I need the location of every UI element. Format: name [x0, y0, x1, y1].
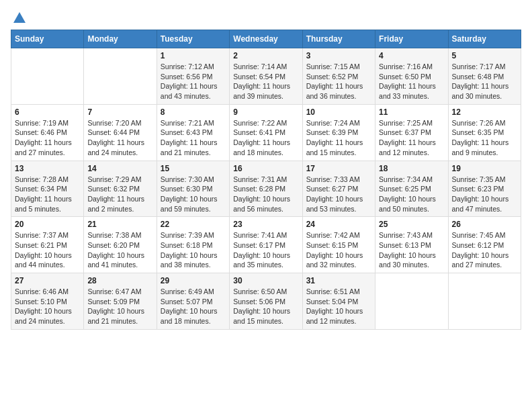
day-number: 14 — [87, 164, 152, 173]
day-info: Sunrise: 7:12 AMSunset: 6:56 PMDaylight:… — [161, 62, 226, 101]
day-header-sunday: Sunday — [11, 30, 84, 48]
day-info: Sunrise: 7:39 AMSunset: 6:18 PMDaylight:… — [161, 230, 226, 270]
day-number: 4 — [379, 51, 444, 60]
calendar-week-row: 13Sunrise: 7:28 AMSunset: 6:34 PMDayligh… — [11, 161, 521, 217]
calendar-cell: 25Sunrise: 7:43 AMSunset: 6:13 PMDayligh… — [375, 217, 448, 273]
day-number: 20 — [15, 220, 80, 229]
day-number: 11 — [379, 107, 444, 117]
day-number: 25 — [379, 220, 444, 229]
calendar-week-row: 6Sunrise: 7:19 AMSunset: 6:46 PMDaylight… — [11, 104, 521, 161]
day-info: Sunrise: 7:25 AMSunset: 6:37 PMDaylight:… — [379, 118, 444, 158]
calendar-cell: 15Sunrise: 7:30 AMSunset: 6:30 PMDayligh… — [157, 161, 229, 217]
day-number: 12 — [452, 107, 517, 117]
day-info: Sunrise: 7:17 AMSunset: 6:48 PMDaylight:… — [452, 62, 517, 101]
calendar-cell: 10Sunrise: 7:24 AMSunset: 6:39 PMDayligh… — [302, 104, 375, 161]
page-header — [11, 11, 521, 23]
calendar-cell: 29Sunrise: 6:49 AMSunset: 5:07 PMDayligh… — [157, 273, 229, 330]
day-info: Sunrise: 6:49 AMSunset: 5:07 PMDaylight:… — [161, 287, 226, 326]
day-info: Sunrise: 7:43 AMSunset: 6:13 PMDaylight:… — [379, 230, 444, 270]
calendar-cell: 24Sunrise: 7:42 AMSunset: 6:15 PMDayligh… — [302, 217, 375, 273]
day-number: 15 — [161, 164, 226, 173]
day-info: Sunrise: 7:28 AMSunset: 6:34 PMDaylight:… — [15, 175, 80, 214]
day-number: 17 — [306, 164, 371, 173]
calendar-cell: 17Sunrise: 7:33 AMSunset: 6:27 PMDayligh… — [302, 161, 375, 217]
day-info: Sunrise: 6:50 AMSunset: 5:06 PMDaylight:… — [233, 287, 298, 326]
day-number: 22 — [161, 220, 226, 229]
day-header-friday: Friday — [375, 30, 448, 48]
calendar-cell: 9Sunrise: 7:22 AMSunset: 6:41 PMDaylight… — [230, 104, 302, 161]
day-number: 7 — [87, 107, 152, 117]
calendar-table: SundayMondayTuesdayWednesdayThursdayFrid… — [11, 30, 521, 330]
day-number: 1 — [161, 51, 226, 60]
day-number: 19 — [452, 164, 517, 173]
day-number: 24 — [306, 220, 371, 229]
day-number: 31 — [306, 276, 371, 285]
day-info: Sunrise: 7:35 AMSunset: 6:23 PMDaylight:… — [452, 175, 517, 214]
day-info: Sunrise: 7:21 AMSunset: 6:43 PMDaylight:… — [161, 118, 226, 158]
day-number: 9 — [233, 107, 298, 117]
svg-marker-0 — [13, 12, 26, 23]
day-info: Sunrise: 7:34 AMSunset: 6:25 PMDaylight:… — [379, 175, 444, 214]
calendar-cell — [84, 48, 157, 105]
calendar-cell: 16Sunrise: 7:31 AMSunset: 6:28 PMDayligh… — [230, 161, 302, 217]
day-info: Sunrise: 6:46 AMSunset: 5:10 PMDaylight:… — [15, 287, 80, 326]
day-info: Sunrise: 7:14 AMSunset: 6:54 PMDaylight:… — [233, 62, 298, 101]
day-info: Sunrise: 7:45 AMSunset: 6:12 PMDaylight:… — [452, 230, 517, 270]
day-number: 10 — [306, 107, 371, 117]
day-number: 5 — [452, 51, 517, 60]
logo — [11, 11, 27, 23]
day-number: 23 — [233, 220, 298, 229]
day-info: Sunrise: 7:15 AMSunset: 6:52 PMDaylight:… — [306, 62, 371, 101]
calendar-cell: 31Sunrise: 6:51 AMSunset: 5:04 PMDayligh… — [302, 273, 375, 330]
calendar-cell: 27Sunrise: 6:46 AMSunset: 5:10 PMDayligh… — [11, 273, 84, 330]
day-number: 26 — [452, 220, 517, 229]
calendar-cell: 13Sunrise: 7:28 AMSunset: 6:34 PMDayligh… — [11, 161, 84, 217]
calendar-header-row: SundayMondayTuesdayWednesdayThursdayFrid… — [11, 30, 521, 48]
calendar-cell: 11Sunrise: 7:25 AMSunset: 6:37 PMDayligh… — [375, 104, 448, 161]
day-number: 6 — [15, 107, 80, 117]
day-number: 21 — [87, 220, 152, 229]
day-header-thursday: Thursday — [302, 30, 375, 48]
logo-icon — [12, 11, 27, 26]
day-info: Sunrise: 7:29 AMSunset: 6:32 PMDaylight:… — [87, 175, 152, 214]
calendar-cell: 30Sunrise: 6:50 AMSunset: 5:06 PMDayligh… — [230, 273, 302, 330]
calendar-cell: 23Sunrise: 7:41 AMSunset: 6:17 PMDayligh… — [230, 217, 302, 273]
day-info: Sunrise: 6:51 AMSunset: 5:04 PMDaylight:… — [306, 287, 371, 326]
day-info: Sunrise: 7:16 AMSunset: 6:50 PMDaylight:… — [379, 62, 444, 101]
day-header-tuesday: Tuesday — [157, 30, 229, 48]
day-header-monday: Monday — [84, 30, 157, 48]
calendar-cell: 28Sunrise: 6:47 AMSunset: 5:09 PMDayligh… — [84, 273, 157, 330]
calendar-week-row: 20Sunrise: 7:37 AMSunset: 6:21 PMDayligh… — [11, 217, 521, 273]
day-number: 13 — [15, 164, 80, 173]
calendar-cell — [448, 273, 521, 330]
day-header-wednesday: Wednesday — [230, 30, 302, 48]
day-number: 2 — [233, 51, 298, 60]
day-header-saturday: Saturday — [448, 30, 521, 48]
calendar-cell — [375, 273, 448, 330]
day-info: Sunrise: 7:37 AMSunset: 6:21 PMDaylight:… — [15, 230, 80, 270]
calendar-cell: 18Sunrise: 7:34 AMSunset: 6:25 PMDayligh… — [375, 161, 448, 217]
day-info: Sunrise: 7:20 AMSunset: 6:44 PMDaylight:… — [87, 118, 152, 158]
day-info: Sunrise: 7:38 AMSunset: 6:20 PMDaylight:… — [87, 230, 152, 270]
calendar-cell: 1Sunrise: 7:12 AMSunset: 6:56 PMDaylight… — [157, 48, 229, 105]
calendar-cell: 4Sunrise: 7:16 AMSunset: 6:50 PMDaylight… — [375, 48, 448, 105]
day-number: 30 — [233, 276, 298, 285]
day-info: Sunrise: 7:26 AMSunset: 6:35 PMDaylight:… — [452, 118, 517, 158]
calendar-cell — [11, 48, 84, 105]
calendar-cell: 3Sunrise: 7:15 AMSunset: 6:52 PMDaylight… — [302, 48, 375, 105]
calendar-cell: 12Sunrise: 7:26 AMSunset: 6:35 PMDayligh… — [448, 104, 521, 161]
calendar-cell: 6Sunrise: 7:19 AMSunset: 6:46 PMDaylight… — [11, 104, 84, 161]
calendar-cell: 2Sunrise: 7:14 AMSunset: 6:54 PMDaylight… — [230, 48, 302, 105]
day-info: Sunrise: 7:19 AMSunset: 6:46 PMDaylight:… — [15, 118, 80, 158]
calendar-cell: 8Sunrise: 7:21 AMSunset: 6:43 PMDaylight… — [157, 104, 229, 161]
calendar-cell: 7Sunrise: 7:20 AMSunset: 6:44 PMDaylight… — [84, 104, 157, 161]
day-info: Sunrise: 7:24 AMSunset: 6:39 PMDaylight:… — [306, 118, 371, 158]
calendar-week-row: 1Sunrise: 7:12 AMSunset: 6:56 PMDaylight… — [11, 48, 521, 105]
calendar-cell: 21Sunrise: 7:38 AMSunset: 6:20 PMDayligh… — [84, 217, 157, 273]
day-number: 8 — [161, 107, 226, 117]
day-number: 29 — [161, 276, 226, 285]
day-number: 18 — [379, 164, 444, 173]
day-number: 27 — [15, 276, 80, 285]
day-info: Sunrise: 7:41 AMSunset: 6:17 PMDaylight:… — [233, 230, 298, 270]
day-info: Sunrise: 7:42 AMSunset: 6:15 PMDaylight:… — [306, 230, 371, 270]
